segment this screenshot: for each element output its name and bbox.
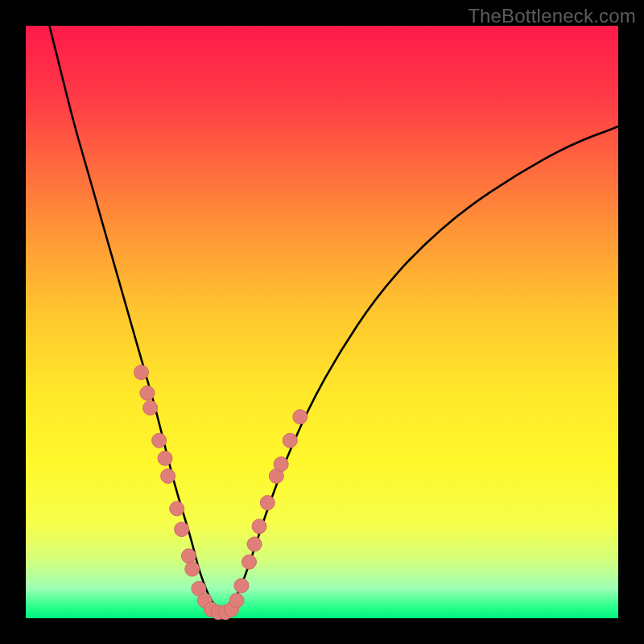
chart-frame: TheBottleneck.com xyxy=(0,0,644,644)
watermark-text: TheBottleneck.com xyxy=(468,5,636,27)
curve-dots xyxy=(134,365,308,620)
curve-dot xyxy=(242,555,257,569)
curve-dot xyxy=(229,593,244,608)
curve-dot xyxy=(247,537,262,551)
curve-dot xyxy=(158,451,172,465)
chart-svg xyxy=(26,26,618,618)
curve-dot xyxy=(175,522,189,537)
curve-dot xyxy=(293,410,308,424)
curve-dot xyxy=(283,433,297,448)
curve-dot xyxy=(170,502,184,516)
chart-plot-area xyxy=(26,26,618,618)
curve-dot xyxy=(274,457,288,472)
curve-dot xyxy=(181,549,196,564)
curve-dot xyxy=(260,496,275,510)
curve-dot xyxy=(143,401,158,415)
bottleneck-curve xyxy=(49,26,618,610)
curve-dot xyxy=(140,386,155,400)
curve-dot xyxy=(234,579,249,593)
curve-dot xyxy=(134,365,149,380)
curve-dot xyxy=(152,433,167,448)
curve-dot xyxy=(185,562,200,576)
curve-dot xyxy=(252,519,266,534)
curve-dot xyxy=(161,469,175,483)
